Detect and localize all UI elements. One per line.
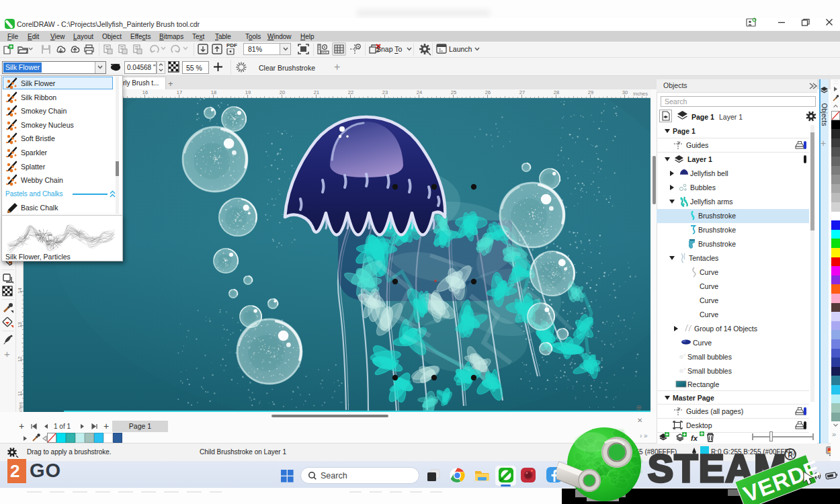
svg-text:R: R [788, 452, 794, 459]
